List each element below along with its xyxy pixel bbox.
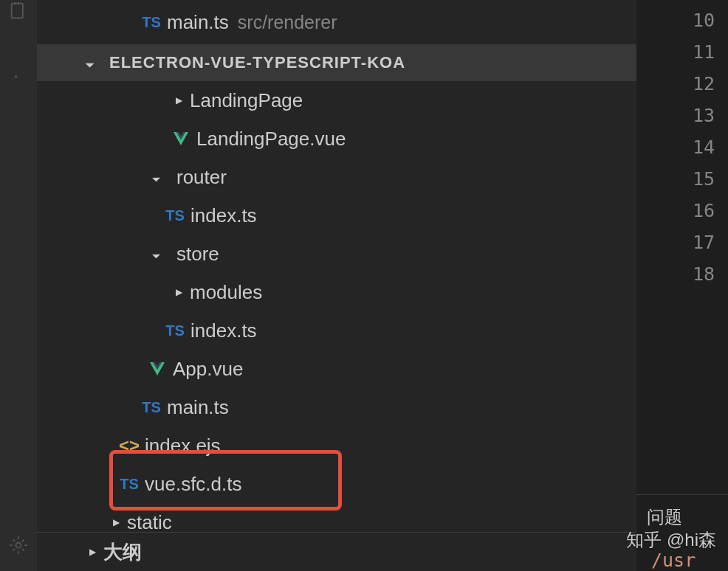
line-number: 18 <box>636 258 715 290</box>
file-name-label: App.vue <box>173 358 243 381</box>
line-number: 11 <box>636 36 715 68</box>
folder-label: static <box>127 511 172 533</box>
project-section-header[interactable]: ELECTRON-VUE-TYPESCRIPT-KOA <box>37 44 636 81</box>
ts-icon: TS <box>140 399 162 416</box>
chevron-down-icon <box>151 172 162 182</box>
chevron-right-icon <box>111 517 121 527</box>
line-number: 14 <box>636 131 715 163</box>
file-name-label: LandingPage.vue <box>196 128 346 150</box>
folder-modules[interactable]: modules <box>37 273 636 311</box>
file-index-ejs[interactable]: <> index.ejs <box>37 426 636 465</box>
file-name-label: index.ejs <box>145 435 221 457</box>
project-name-label: ELECTRON-VUE-TYPESCRIPT-KOA <box>109 53 405 72</box>
line-number: 16 <box>636 195 715 226</box>
file-tree: LandingPage LandingPage.vue router TS in… <box>37 81 636 532</box>
file-router-index-ts[interactable]: TS index.ts <box>37 196 636 235</box>
line-number: 13 <box>636 100 715 131</box>
chevron-right-icon <box>87 547 97 557</box>
svg-point-1 <box>16 543 21 548</box>
file-path-label: src/renderer <box>238 12 337 33</box>
svg-rect-0 <box>12 4 23 18</box>
line-number: 15 <box>636 163 715 195</box>
folder-label: LandingPage <box>190 89 303 112</box>
folder-landingpage[interactable]: LandingPage <box>37 81 636 120</box>
settings-gear-icon[interactable] <box>0 527 37 564</box>
file-app-vue[interactable]: App.vue <box>37 350 636 388</box>
file-landingpage-vue[interactable]: LandingPage.vue <box>37 120 636 158</box>
ts-icon: TS <box>164 322 186 339</box>
file-name-label: index.ts <box>190 204 257 227</box>
vue-icon <box>146 360 168 378</box>
folder-label: modules <box>190 281 262 304</box>
outline-section-header[interactable]: 大纲 <box>37 532 636 571</box>
file-name-label: vue.sfc.d.ts <box>145 473 242 496</box>
file-vue-sfc-d-ts[interactable]: TS vue.sfc.d.ts <box>37 465 636 503</box>
problem-path-text: /usr <box>651 550 728 571</box>
outline-label: 大纲 <box>103 539 142 565</box>
sidebar: TS main.ts src/renderer ELECTRON-VUE-TYP… <box>37 0 636 571</box>
activity-bar <box>0 0 37 571</box>
ts-icon: TS <box>140 14 162 31</box>
chevron-right-icon <box>174 287 184 297</box>
code-icon: <> <box>118 435 140 456</box>
folder-label: router <box>176 166 227 189</box>
file-store-index-ts[interactable]: TS index.ts <box>37 311 636 350</box>
file-name-label: index.ts <box>190 319 257 342</box>
line-number: 12 <box>636 68 715 100</box>
plug-icon[interactable] <box>0 59 37 96</box>
folder-static[interactable]: static <box>37 503 636 532</box>
folder-router[interactable]: router <box>37 158 636 196</box>
watermark-text: 知乎 @hi森 <box>626 528 716 552</box>
file-name-label: main.ts <box>167 396 229 419</box>
folder-store[interactable]: store <box>37 235 636 273</box>
chevron-right-icon <box>174 95 184 105</box>
folder-label: store <box>176 243 219 266</box>
line-number: 10 <box>636 4 715 36</box>
editor-area: 10 11 12 13 14 15 16 17 18 问题 /usr <box>636 0 728 571</box>
chevron-down-icon <box>85 58 95 68</box>
files-icon[interactable] <box>0 0 37 30</box>
chevron-down-icon <box>151 249 162 259</box>
problems-tab[interactable]: 问题 <box>647 507 682 527</box>
line-number: 17 <box>636 226 715 258</box>
open-editors-section: TS main.ts src/renderer <box>37 0 636 44</box>
open-editor-item[interactable]: TS main.ts src/renderer <box>37 3 636 41</box>
file-main-ts[interactable]: TS main.ts <box>37 388 636 426</box>
line-numbers-gutter: 10 11 12 13 14 15 16 17 18 <box>636 0 728 290</box>
ts-icon: TS <box>164 207 186 224</box>
ts-icon: TS <box>118 476 140 493</box>
vue-icon <box>170 130 192 148</box>
file-name-label: main.ts <box>167 11 229 34</box>
